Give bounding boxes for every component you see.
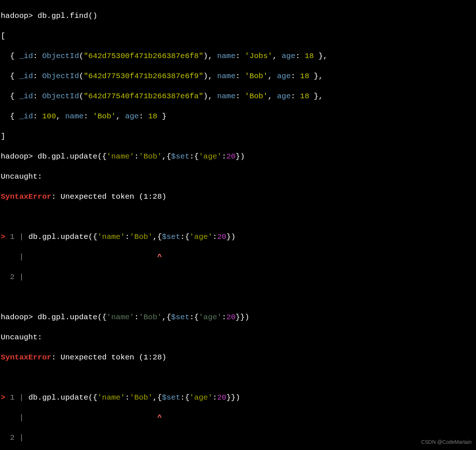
code-frame-line2: 2 | xyxy=(1,433,476,443)
doc-row: { _id: ObjectId("642d77540f471b266387e6f… xyxy=(1,91,476,102)
code-frame-line1: > 1 | db.gpl.update({'name':'Bob',{$set:… xyxy=(1,232,476,242)
line-prompt-update-err1: hadoop> db.gpl.update({'name':'Bob',{$se… xyxy=(1,152,476,162)
code-frame-line2: 2 | xyxy=(1,272,476,282)
uncaught-label: Uncaught: xyxy=(1,172,476,182)
code-frame-caret: | ^ xyxy=(1,413,476,423)
bracket-open: [ xyxy=(1,31,476,41)
terminal[interactable]: hadoop> db.gpl.find() [ { _id: ObjectId(… xyxy=(0,0,476,450)
uncaught-label: Uncaught: xyxy=(1,332,476,343)
line-prompt-update-err2: hadoop> db.gpl.update({'name':'Bob',{$se… xyxy=(1,312,476,323)
doc-row: { _id: 100, name: 'Bob', age: 18 } xyxy=(1,111,476,122)
syntax-error-line: SyntaxError: Unexpected token (1:28) xyxy=(1,192,476,202)
blank xyxy=(1,212,476,222)
code-frame-line1: > 1 | db.gpl.update({'name':'Bob',{$set:… xyxy=(1,393,476,403)
bracket-close: ] xyxy=(1,131,476,142)
code-frame-caret: | ^ xyxy=(1,252,476,262)
syntax-error-line: SyntaxError: Unexpected token (1:28) xyxy=(1,352,476,363)
line-prompt-find1: hadoop> db.gpl.find() xyxy=(1,11,476,21)
doc-row: { _id: ObjectId("642d75300f471b266387e6f… xyxy=(1,51,476,61)
blank xyxy=(1,292,476,302)
doc-row: { _id: ObjectId("642d77530f471b266387e6f… xyxy=(1,71,476,81)
blank xyxy=(1,373,476,383)
watermark: CSDN @CodeMartain xyxy=(421,437,472,447)
